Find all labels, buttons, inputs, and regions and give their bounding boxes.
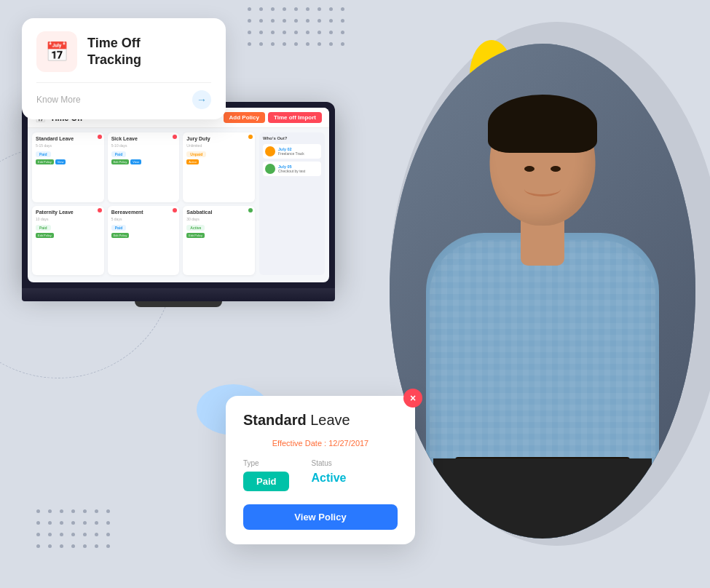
view-action[interactable]: View <box>55 159 66 164</box>
card-name: Jury Duty <box>186 136 251 141</box>
add-policy-btn[interactable]: Add Policy <box>224 112 265 123</box>
dot <box>48 544 52 548</box>
type-badge: Paid <box>243 472 289 491</box>
leave-title-suffix: Leave <box>310 412 350 428</box>
dot <box>60 544 63 548</box>
dot <box>83 533 87 536</box>
policy-card-sabbatical: Sabbatical 30 days Active Edit Policy <box>183 206 255 276</box>
status-field: Status Active <box>311 459 346 491</box>
card-badge: Active <box>186 225 205 231</box>
effective-label: Effective Date : <box>272 439 326 448</box>
card-badge: Paid <box>111 225 127 231</box>
view-action[interactable]: View <box>130 159 141 164</box>
dot <box>71 544 75 548</box>
dot <box>341 42 344 46</box>
dot <box>317 19 321 23</box>
dot <box>283 19 286 23</box>
card-indicator <box>248 135 253 139</box>
laptop-screen-inner: 📅 Time Off Add Policy Time off Import <box>28 108 329 282</box>
dot <box>36 533 40 536</box>
edit-action[interactable]: Edit Policy <box>36 233 54 238</box>
dot <box>329 19 333 23</box>
dot <box>95 533 98 536</box>
card-name: Paternity Leave <box>36 210 100 215</box>
status-label: Status <box>311 459 346 467</box>
leave-card-title: Standard Leave <box>243 412 398 429</box>
laptop-container: 📅 Time Off Add Policy Time off Import <box>22 102 335 301</box>
calendar-icon-box: 📅 <box>36 31 77 72</box>
card-desc: 5-15 days <box>36 143 100 148</box>
edit-action[interactable]: Active <box>186 159 199 164</box>
know-more-text: Know More <box>36 95 81 105</box>
dot <box>259 42 263 46</box>
person-container <box>390 44 695 539</box>
know-more-link[interactable]: Know More <box>36 95 81 105</box>
dot <box>294 7 298 11</box>
event-2-desc: Checkout by test <box>278 169 305 173</box>
dot <box>271 31 275 34</box>
person-figure <box>390 44 695 539</box>
dot <box>95 509 98 513</box>
card-actions: Edit Policy View <box>36 159 100 164</box>
effective-date-value: 12/27/2017 <box>328 439 368 448</box>
card-name: Standard Leave <box>36 136 100 141</box>
smile <box>524 182 561 196</box>
event-1-desc: Freelance Track <box>278 151 304 156</box>
arrow-icon[interactable]: → <box>192 90 211 109</box>
edit-action[interactable]: Edit Policy <box>111 233 130 238</box>
dot <box>36 521 40 525</box>
events-title: Who's Out? <box>263 136 321 140</box>
card-actions: Active <box>186 159 251 164</box>
card-indicator <box>98 208 102 212</box>
edit-action[interactable]: Edit Policy <box>186 233 205 238</box>
dot <box>341 7 344 11</box>
person-photo <box>390 44 695 539</box>
dot <box>271 7 275 11</box>
laptop-base <box>22 288 335 301</box>
hair <box>488 95 597 153</box>
dot <box>36 544 40 548</box>
card-desc: 10 days <box>36 217 100 221</box>
dot <box>329 7 333 11</box>
dot <box>48 521 52 525</box>
dot <box>71 521 75 525</box>
policy-card-bereavement: Bereavement 5 days Paid Edit Policy <box>108 206 180 276</box>
type-label: Type <box>243 459 289 467</box>
edit-action[interactable]: Edit Policy <box>111 159 130 164</box>
screen-buttons: Add Policy Time off Import <box>224 112 322 123</box>
close-button[interactable]: × <box>403 389 422 408</box>
event-1-text: July 02 Freelance Track <box>278 147 304 156</box>
card-badge: Paid <box>36 225 51 231</box>
dot <box>317 31 321 34</box>
dot <box>60 533 63 536</box>
card-name: Sabbatical <box>186 210 251 215</box>
main-scene: 📅 Time Off Tracking Know More → 📅 <box>0 0 710 588</box>
card-actions: Edit Policy View <box>111 159 176 164</box>
dot <box>294 19 298 23</box>
dots-bottom-pattern <box>36 509 114 552</box>
card-actions: Edit Policy <box>186 233 251 238</box>
dot <box>294 31 298 34</box>
dot <box>106 544 110 548</box>
dot <box>248 19 251 23</box>
pants <box>433 458 652 539</box>
dot <box>83 521 87 525</box>
card-indicator <box>98 135 102 139</box>
policy-card-sick: Sick Leave 5-10 days Paid Edit Policy Vi… <box>108 132 180 202</box>
left-eye <box>524 166 535 172</box>
card-desc: 5-10 days <box>111 143 176 148</box>
dot <box>60 509 63 513</box>
card-actions: Edit Policy <box>111 233 176 238</box>
edit-action[interactable]: Edit Policy <box>36 159 54 164</box>
card-badge: Paid <box>111 151 127 157</box>
time-off-import-btn[interactable]: Time off Import <box>268 112 322 123</box>
view-policy-button[interactable]: View Policy <box>243 504 398 530</box>
card-indicator <box>248 208 253 212</box>
card-indicator <box>173 208 177 212</box>
dot <box>329 42 333 46</box>
dot <box>248 31 251 34</box>
event-2: July 05 Checkout by test <box>263 162 321 176</box>
card-desc: 5 days <box>111 217 176 221</box>
status-value: Active <box>311 472 346 485</box>
dot <box>259 31 263 34</box>
